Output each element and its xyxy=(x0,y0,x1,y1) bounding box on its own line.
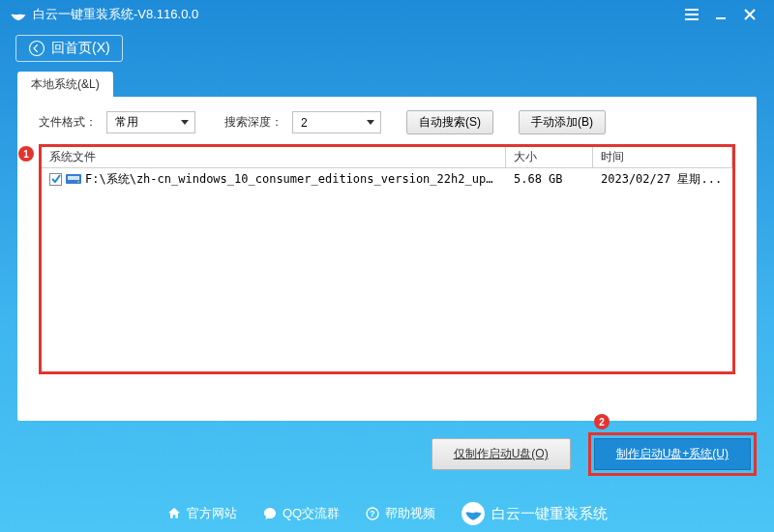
home-icon xyxy=(166,506,182,521)
svg-rect-2 xyxy=(68,176,79,180)
tabstrip: 本地系统(&L) xyxy=(17,72,113,98)
search-depth-label: 搜索深度： xyxy=(224,114,283,131)
file-format-select[interactable]: 常用 xyxy=(106,111,195,133)
table-header: 系统文件 大小 时间 xyxy=(42,147,732,168)
file-format-value: 常用 xyxy=(115,114,138,131)
disk-icon xyxy=(66,172,81,186)
cell-file: F:\系统\zh-cn_windows_10_consumer_editions… xyxy=(42,171,506,188)
back-home-button[interactable]: 回首页(X) xyxy=(15,35,123,62)
table-row[interactable]: F:\系统\zh-cn_windows_10_consumer_editions… xyxy=(42,168,732,190)
close-button[interactable] xyxy=(735,5,764,24)
callout-badge-2: 2 xyxy=(594,414,610,429)
official-site-label: 官方网站 xyxy=(187,505,237,522)
file-format-label: 文件格式： xyxy=(39,114,97,131)
chevron-down-icon xyxy=(181,120,189,125)
make-usb-only-label: 仅制作启动U盘(O) xyxy=(454,447,549,460)
minimize-button[interactable] xyxy=(706,5,735,24)
auto-search-label: 自动搜索(S) xyxy=(419,115,481,129)
help-icon: ? xyxy=(365,506,380,521)
back-arrow-icon xyxy=(28,40,45,57)
cell-time: 2023/02/27 星期... xyxy=(593,171,732,188)
footer-brand-label: 白云一键重装系统 xyxy=(491,505,608,523)
row-checkbox[interactable] xyxy=(49,173,62,186)
search-depth-value: 2 xyxy=(301,116,308,130)
qq-group-label: QQ交流群 xyxy=(283,505,340,522)
chevron-down-icon xyxy=(367,120,374,125)
search-depth-select[interactable]: 2 xyxy=(292,111,381,133)
svg-point-0 xyxy=(30,42,45,56)
svg-point-3 xyxy=(77,181,79,183)
make-usb-system-button[interactable]: 制作启动U盘+系统(U) xyxy=(594,438,751,470)
brand-bird-icon xyxy=(461,501,486,526)
help-video-label: 帮助视频 xyxy=(385,505,435,522)
footer: 官方网站 QQ交流群 ? 帮助视频 白云一键重装系统 xyxy=(0,495,774,532)
make-usb-only-button[interactable]: 仅制作启动U盘(O) xyxy=(432,438,571,470)
col-size[interactable]: 大小 xyxy=(506,147,593,167)
svg-text:?: ? xyxy=(370,509,374,518)
window-title: 白云一键重装系统-V8.116.0.0 xyxy=(33,6,677,23)
cell-file-text: F:\系统\zh-cn_windows_10_consumer_editions… xyxy=(85,171,498,188)
app-window: 白云一键重装系统-V8.116.0.0 回首页(X) 本地系统(&L) 文件格式… xyxy=(0,0,774,532)
official-site-link[interactable]: 官方网站 xyxy=(166,505,237,522)
footer-brand: 白云一键重装系统 xyxy=(461,501,608,526)
file-table: 1 系统文件 大小 时间 F:\系统\zh-cn_windows_10_cons… xyxy=(39,144,735,374)
help-video-link[interactable]: ? 帮助视频 xyxy=(365,505,435,522)
manual-add-label: 手动添加(B) xyxy=(531,115,593,129)
titlebar: 白云一键重装系统-V8.116.0.0 xyxy=(0,0,774,29)
manual-add-button[interactable]: 手动添加(B) xyxy=(519,110,606,134)
callout-badge-1: 1 xyxy=(18,146,34,162)
cell-size: 5.68 GB xyxy=(506,172,593,186)
main-panel: 本地系统(&L) 文件格式： 常用 搜索深度： 2 自动搜索(S) xyxy=(17,97,757,421)
auto-search-button[interactable]: 自动搜索(S) xyxy=(406,110,493,134)
nav-row: 回首页(X) xyxy=(0,29,774,72)
col-time[interactable]: 时间 xyxy=(593,147,732,167)
tab-local-label: 本地系统(&L) xyxy=(31,77,100,91)
qq-group-link[interactable]: QQ交流群 xyxy=(262,505,340,522)
col-file[interactable]: 系统文件 xyxy=(42,147,506,167)
action-buttons: 仅制作启动U盘(O) 2 制作启动U盘+系统(U) xyxy=(432,432,757,476)
controls-row: 文件格式： 常用 搜索深度： 2 自动搜索(S) 手动添加(B) xyxy=(17,97,757,144)
back-home-label: 回首页(X) xyxy=(51,40,110,57)
app-logo-icon xyxy=(10,6,27,23)
make-usb-system-label: 制作启动U盘+系统(U) xyxy=(616,447,729,460)
chat-icon xyxy=(262,506,278,521)
menu-button[interactable] xyxy=(677,5,706,24)
tab-local-system[interactable]: 本地系统(&L) xyxy=(17,72,113,98)
primary-action-highlight: 2 制作启动U盘+系统(U) xyxy=(588,432,757,476)
